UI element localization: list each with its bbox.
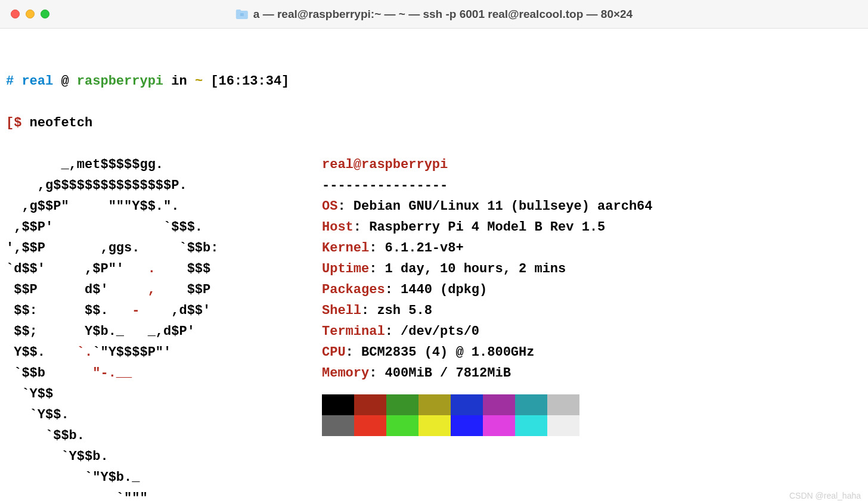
os-value: : Debian GNU/Linux 11 (bullseye) aarch64	[337, 199, 652, 214]
ascii-l13: `Y$$.	[6, 407, 69, 422]
color-swatch-b6	[515, 415, 547, 436]
ascii-l3: ,g$$P" """Y$$.".	[6, 199, 179, 214]
ascii-l10c: `"Y$$$$P"'	[92, 345, 171, 360]
prompt-time: [16:13:34]	[210, 74, 289, 89]
system-info: real@raspberrypi ---------------- OS: De…	[322, 154, 862, 504]
swatch-row-2	[322, 415, 862, 436]
memory-label: Memory	[322, 366, 369, 381]
prompt-user: real	[21, 74, 53, 89]
info-user: real	[322, 157, 354, 172]
memory-value: : 400MiB / 7812MiB	[369, 366, 511, 381]
ascii-l2: ,g$$$$$$$$$$$$$$$P.	[6, 178, 187, 193]
prompt-at: @	[61, 74, 69, 89]
color-swatch-b4	[451, 415, 483, 436]
uptime-value: : 1 day, 10 hours, 2 mins	[369, 262, 566, 276]
ascii-l5: ',$$P ,ggs. `$$b:	[6, 241, 218, 256]
terminal-value: : /dev/pts/0	[385, 324, 479, 339]
ascii-art: _,met$$$$$gg. ,g$$$$$$$$$$$$$$$P. ,g$$P"…	[6, 154, 322, 504]
color-swatch-b2	[386, 415, 418, 436]
ascii-l6a: `d$$' ,$P"'	[6, 262, 148, 276]
ascii-l14: `$$b.	[6, 428, 85, 443]
prompt-line-2: [$ neofetch	[6, 113, 862, 133]
terminal-content[interactable]: # real @ raspberrypi in ~ [16:13:34] [$ …	[0, 29, 868, 504]
folder-icon	[235, 9, 249, 20]
color-swatch-3	[418, 394, 451, 415]
info-at: @	[354, 157, 361, 172]
prompt-bracket: [	[6, 116, 14, 130]
cpu-label: CPU	[322, 345, 346, 360]
ascii-l7b: ,	[148, 282, 156, 297]
color-swatch-b3	[418, 415, 451, 436]
uptime-label: Uptime	[322, 262, 369, 276]
color-swatch-2	[386, 394, 418, 415]
color-swatch-b1	[354, 415, 386, 436]
traffic-lights	[11, 10, 49, 18]
ascii-l17: `"""	[6, 491, 148, 504]
color-swatch-7	[547, 394, 579, 415]
color-swatches	[322, 384, 862, 436]
prompt-in: in	[171, 74, 187, 89]
minimize-button[interactable]	[26, 10, 35, 18]
packages-value: : 1440 (dpkg)	[385, 282, 488, 297]
window-title-wrap: a — real@raspberrypi:~ — ~ — ssh -p 6001…	[235, 8, 633, 21]
color-swatch-b0	[322, 415, 354, 436]
ascii-l8b: -	[132, 303, 140, 318]
close-button[interactable]	[11, 10, 20, 18]
neofetch-output: _,met$$$$$gg. ,g$$$$$$$$$$$$$$$P. ,g$$P"…	[6, 154, 862, 504]
ascii-l15: `Y$$b.	[6, 449, 108, 464]
ascii-l8a: $$: $$.	[6, 303, 132, 318]
os-label: OS	[322, 199, 337, 214]
color-swatch-5	[483, 394, 515, 415]
color-swatch-1	[354, 394, 386, 415]
shell-value: : zsh 5.8	[361, 303, 432, 318]
kernel-value: : 6.1.21-v8+	[369, 241, 463, 256]
ascii-l12: `Y$$	[6, 387, 53, 402]
prompt-hash: #	[6, 74, 14, 89]
info-host: raspberrypi	[361, 157, 448, 172]
ascii-l8c: ,d$$'	[140, 303, 210, 318]
ascii-l11a: `$$b	[6, 366, 92, 381]
cpu-value: : BCM2835 (4) @ 1.800GHz	[346, 345, 535, 360]
ascii-l4: ,$$P' `$$$.	[6, 220, 203, 235]
ascii-l10a: Y$$.	[6, 345, 77, 360]
swatch-row-1	[322, 394, 862, 415]
ascii-l9: $$; Y$b._ _,d$P'	[6, 324, 195, 339]
command-text: neofetch	[30, 116, 93, 130]
prompt-line-1: # real @ raspberrypi in ~ [16:13:34]	[6, 71, 862, 92]
terminal-label: Terminal	[322, 324, 385, 339]
kernel-label: Kernel	[322, 241, 369, 256]
window-titlebar: a — real@raspberrypi:~ — ~ — ssh -p 6001…	[0, 0, 868, 29]
ascii-l16: `"Y$b._	[6, 470, 140, 485]
color-swatch-b5	[483, 415, 515, 436]
color-swatch-6	[515, 394, 547, 415]
ascii-l6c: $$$	[156, 262, 210, 276]
info-divider: ----------------	[322, 178, 448, 193]
prompt-host: raspberrypi	[77, 74, 163, 89]
host-label: Host	[322, 220, 354, 235]
ascii-l1: _,met$$$$$gg.	[6, 157, 163, 172]
ascii-l11b: "-.__	[92, 366, 132, 381]
host-value: : Raspberry Pi 4 Model B Rev 1.5	[354, 220, 605, 235]
window-title: a — real@raspberrypi:~ — ~ — ssh -p 6001…	[253, 8, 633, 21]
ascii-l7c: $$P	[156, 282, 210, 297]
color-swatch-0	[322, 394, 354, 415]
prompt-path: ~	[195, 74, 203, 89]
prompt-dollar: $	[14, 116, 21, 130]
shell-label: Shell	[322, 303, 361, 318]
color-swatch-b7	[547, 415, 579, 436]
watermark: CSDN @real_haha	[789, 491, 861, 500]
maximize-button[interactable]	[41, 10, 49, 18]
color-swatch-4	[451, 394, 483, 415]
ascii-l10b: `.	[77, 345, 92, 360]
packages-label: Packages	[322, 282, 385, 297]
svg-rect-0	[240, 13, 244, 16]
ascii-l6b: .	[148, 262, 156, 276]
ascii-l7a: $$P d$'	[6, 282, 148, 297]
